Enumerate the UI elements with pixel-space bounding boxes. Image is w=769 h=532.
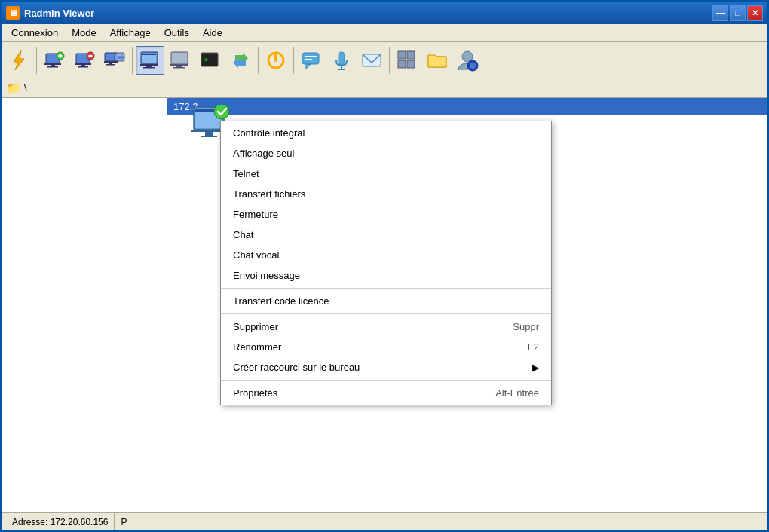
svg-text:>_: >_ (204, 56, 213, 63)
folder-button[interactable] (423, 46, 452, 75)
right-pane: 172.2 (167, 98, 767, 512)
maximize-button[interactable]: □ (730, 5, 746, 21)
user-button[interactable] (453, 46, 482, 75)
ctx-voice-chat[interactable]: Chat vocal (221, 245, 551, 265)
add-computer-button[interactable] (40, 46, 69, 75)
svg-rect-11 (78, 66, 88, 68)
svg-rect-44 (407, 51, 415, 59)
svg-rect-39 (305, 59, 312, 60)
context-menu: Contrôle intégral Affichage seul Telnet … (220, 121, 552, 405)
ctx-full-control[interactable]: Contrôle intégral (221, 123, 551, 143)
ctx-chat[interactable]: Chat (221, 225, 551, 245)
svg-rect-46 (407, 60, 415, 68)
split-area: 172.2 (2, 98, 767, 512)
shutdown-button[interactable] (262, 46, 290, 75)
svg-rect-38 (305, 56, 317, 57)
shutdown-icon (265, 49, 287, 72)
ctx-rename[interactable]: Renommer F2 (221, 337, 551, 357)
telnet-button[interactable]: >_ (196, 46, 225, 75)
svg-rect-26 (171, 52, 188, 64)
ctx-send-message[interactable]: Envoi message (221, 265, 551, 286)
ctx-rename-shortcut: F2 (528, 341, 539, 353)
svg-rect-29 (173, 67, 185, 69)
ctx-properties[interactable]: Propriétés Alt-Entrée (221, 383, 551, 403)
menu-connexion[interactable]: Connexion (5, 25, 65, 41)
grid-icon (396, 49, 418, 72)
ctx-telnet[interactable]: Telnet (221, 164, 551, 184)
minimize-button[interactable]: — (712, 5, 728, 21)
separator-ctx-3 (221, 380, 551, 381)
status-address: Adresse: 172.20.60.156 (6, 513, 115, 530)
separator-ctx-1 (221, 288, 551, 289)
svg-rect-35 (274, 53, 277, 62)
ctx-view-only[interactable]: Affichage seul (221, 143, 551, 164)
entry-row[interactable]: 172.2 (167, 98, 767, 115)
svg-rect-27 (170, 64, 188, 66)
separator-ctx-2 (221, 313, 551, 314)
svg-rect-4 (47, 66, 58, 68)
menu-affichage[interactable]: Affichage (103, 25, 158, 41)
toolbar: >_ (2, 42, 767, 78)
ctx-license-transfer[interactable]: Transfert code licence (221, 291, 551, 311)
svg-rect-23 (143, 67, 155, 69)
menu-mode[interactable]: Mode (65, 25, 103, 41)
ctx-properties-shortcut: Alt-Entrée (495, 387, 539, 399)
left-pane (2, 98, 167, 512)
svg-rect-45 (398, 60, 406, 68)
computer-arrow-button[interactable] (100, 46, 129, 75)
address-path: \ (24, 82, 27, 93)
main-content: 📁 \ 172.2 (2, 78, 767, 530)
lightning-button[interactable] (5, 46, 33, 75)
svg-rect-28 (176, 66, 182, 67)
transfer-button[interactable] (226, 46, 255, 75)
svg-rect-13 (89, 55, 93, 57)
svg-marker-37 (306, 64, 311, 69)
separator-2 (132, 47, 133, 74)
ctx-file-transfer[interactable]: Transfert fichiers (221, 184, 551, 204)
view-only-button[interactable] (166, 46, 195, 75)
menu-bar: Connexion Mode Affichage Outils Aide (2, 24, 767, 42)
message-button[interactable] (357, 46, 386, 75)
user-icon (456, 49, 479, 72)
svg-rect-2 (44, 63, 61, 65)
svg-rect-25 (142, 54, 156, 55)
status-bar: Adresse: 172.20.60.156 P (2, 512, 767, 530)
full-control-button[interactable] (136, 46, 164, 75)
svg-rect-55 (201, 136, 217, 137)
close-button[interactable]: ✕ (747, 5, 763, 21)
svg-marker-0 (14, 50, 24, 70)
computer-arrow-icon (103, 49, 126, 72)
ctx-arrow-icon: ▶ (532, 362, 539, 373)
svg-rect-36 (302, 53, 319, 64)
menu-aide[interactable]: Aide (196, 25, 229, 41)
status-extra: P (115, 513, 133, 530)
voice-button[interactable] (327, 46, 356, 75)
folder-icon (426, 49, 449, 72)
svg-rect-22 (146, 66, 152, 67)
full-control-icon (139, 49, 161, 72)
menu-outils[interactable]: Outils (158, 25, 196, 41)
remove-computer-button[interactable] (70, 46, 99, 75)
separator-3 (258, 47, 259, 74)
separator-5 (389, 47, 390, 74)
svg-rect-54 (205, 132, 213, 136)
ctx-delete[interactable]: Supprimer Suppr (221, 316, 551, 337)
chat-button[interactable] (297, 46, 326, 75)
grid-view-button[interactable] (393, 46, 421, 75)
svg-rect-16 (109, 63, 112, 64)
svg-rect-10 (81, 65, 85, 66)
ctx-create-shortcut[interactable]: Créer raccourci sur le bureau ▶ (221, 357, 551, 378)
ctx-delete-shortcut: Suppr (513, 321, 539, 332)
title-bar-controls: — □ ✕ (712, 5, 763, 21)
status-address-label: Adresse: 172.20.60.156 (12, 517, 108, 527)
separator-4 (293, 47, 294, 74)
main-window: 🖥 Radmin Viewer — □ ✕ Connexion Mode Aff… (0, 0, 769, 532)
svg-point-49 (470, 63, 476, 69)
folder-address-icon: 📁 (6, 81, 21, 95)
svg-rect-9 (75, 63, 91, 65)
ctx-shutdown[interactable]: Fermeture (221, 204, 551, 225)
telnet-icon: >_ (199, 49, 222, 72)
voice-icon (330, 49, 353, 72)
message-icon (360, 49, 383, 72)
transfer-icon (229, 49, 252, 72)
